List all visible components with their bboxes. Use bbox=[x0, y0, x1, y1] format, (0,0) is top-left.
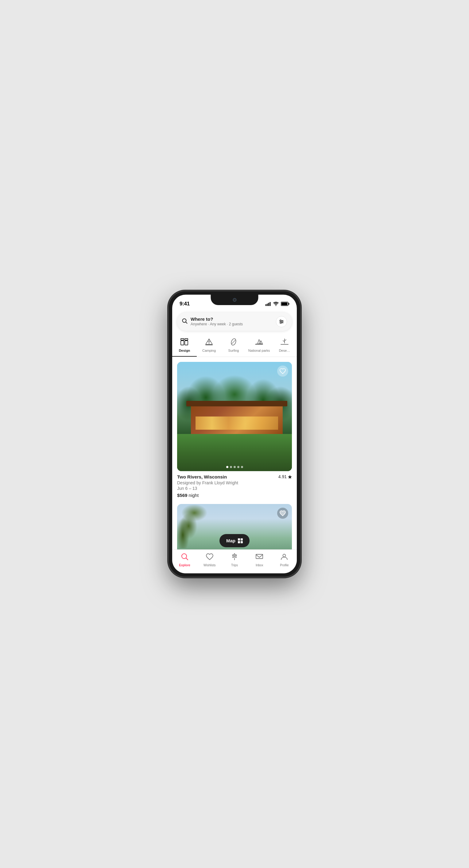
search-sub-label: Anywhere · Any week · 2 guests bbox=[191, 322, 273, 327]
status-time: 9:41 bbox=[180, 301, 190, 307]
svg-rect-5 bbox=[288, 303, 289, 305]
svg-rect-18 bbox=[185, 339, 188, 340]
svg-rect-1 bbox=[267, 304, 268, 306]
nav-trips-label: Trips bbox=[231, 563, 238, 567]
house-photo bbox=[177, 362, 292, 471]
tab-national-parks-label: National parks bbox=[248, 349, 270, 352]
nav-inbox[interactable]: Inbox bbox=[250, 553, 269, 567]
search-icon bbox=[182, 318, 188, 326]
star-icon bbox=[288, 475, 292, 479]
price-value: $569 bbox=[177, 493, 187, 498]
phone-screen: 9:41 bbox=[172, 294, 297, 574]
nav-explore-label: Explore bbox=[179, 563, 190, 567]
map-grid-icon bbox=[238, 538, 243, 543]
svg-marker-31 bbox=[288, 475, 292, 478]
listing-card-1[interactable]: Two Rivers, Wisconsin 4.91 Designed by F… bbox=[177, 362, 292, 498]
filter-button[interactable] bbox=[276, 316, 287, 327]
status-icons bbox=[265, 302, 289, 306]
nav-wishlists-label: Wishlists bbox=[204, 563, 216, 567]
dot-1 bbox=[226, 466, 228, 468]
svg-point-12 bbox=[280, 320, 281, 321]
notch bbox=[211, 294, 258, 305]
image-dots bbox=[177, 466, 292, 468]
wishlist-button-1[interactable] bbox=[277, 366, 288, 377]
tab-camping[interactable]: Camping bbox=[197, 336, 221, 356]
signal-icon bbox=[265, 302, 271, 306]
battery-icon bbox=[281, 302, 289, 306]
svg-rect-16 bbox=[181, 339, 184, 340]
phone-wrapper: 9:41 bbox=[168, 291, 301, 577]
search-container: Where to? Anywhere · Any week · 2 guests bbox=[172, 310, 297, 335]
dot-2 bbox=[230, 466, 232, 468]
listing-description: Designed by Frank Lloyd Wright bbox=[177, 480, 292, 485]
svg-rect-15 bbox=[181, 341, 184, 345]
trips-nav-icon bbox=[230, 553, 239, 563]
house-lawn bbox=[177, 434, 292, 471]
listing-title-row: Two Rivers, Wisconsin 4.91 bbox=[177, 474, 292, 479]
svg-point-36 bbox=[283, 554, 286, 557]
listing-price: $569 night bbox=[177, 493, 292, 498]
camping-icon bbox=[205, 338, 213, 347]
svg-rect-17 bbox=[185, 341, 188, 345]
listing-content: Two Rivers, Wisconsin 4.91 Designed by F… bbox=[172, 357, 297, 561]
svg-rect-0 bbox=[265, 304, 267, 306]
surfing-icon bbox=[229, 338, 238, 347]
nav-profile[interactable]: Profile bbox=[275, 553, 293, 567]
phone-frame: 9:41 bbox=[168, 291, 301, 577]
search-bar[interactable]: Where to? Anywhere · Any week · 2 guests bbox=[177, 312, 292, 331]
svg-point-14 bbox=[280, 322, 281, 323]
tab-design[interactable]: Design bbox=[172, 336, 197, 356]
tab-national-parks[interactable]: National parks bbox=[246, 336, 272, 356]
category-tabs: Design Camping bbox=[172, 335, 297, 357]
nav-inbox-label: Inbox bbox=[256, 563, 263, 567]
map-button-wrap: Map bbox=[219, 534, 250, 547]
explore-nav-icon bbox=[181, 553, 189, 563]
nav-profile-label: Profile bbox=[280, 563, 288, 567]
tab-surfing-label: Surfing bbox=[228, 349, 239, 352]
dot-3 bbox=[233, 466, 236, 468]
svg-rect-6 bbox=[281, 303, 288, 305]
listing-rating: 4.91 bbox=[278, 474, 292, 479]
nav-explore[interactable]: Explore bbox=[176, 553, 194, 567]
tab-design-label: Design bbox=[179, 349, 190, 352]
svg-rect-2 bbox=[268, 303, 269, 306]
desert-icon bbox=[281, 338, 288, 347]
map-button[interactable]: Map bbox=[219, 534, 250, 547]
search-text: Where to? Anywhere · Any week · 2 guests bbox=[191, 316, 273, 327]
svg-line-8 bbox=[186, 322, 187, 323]
tab-camping-label: Camping bbox=[202, 349, 216, 352]
dot-5 bbox=[241, 466, 243, 468]
dot-4 bbox=[237, 466, 240, 468]
svg-point-34 bbox=[234, 555, 235, 556]
listing-dates: Jun 6 – 13 bbox=[177, 486, 292, 491]
nav-wishlists[interactable]: Wishlists bbox=[200, 553, 219, 567]
bottom-nav: Explore Wishlists bbox=[172, 549, 297, 574]
home-indicator bbox=[216, 574, 253, 575]
map-button-label: Map bbox=[226, 538, 236, 543]
tab-surfing[interactable]: Surfing bbox=[221, 336, 246, 356]
house-building bbox=[191, 403, 283, 436]
price-suffix: night bbox=[187, 493, 198, 498]
wifi-icon bbox=[273, 302, 279, 306]
house-body bbox=[191, 403, 283, 436]
inbox-nav-icon bbox=[255, 553, 263, 563]
nav-trips[interactable]: Trips bbox=[225, 553, 244, 567]
svg-point-13 bbox=[282, 321, 283, 322]
listing-image-1 bbox=[177, 362, 292, 471]
listing-info-1: Two Rivers, Wisconsin 4.91 Designed by F… bbox=[177, 471, 292, 498]
search-main-label: Where to? bbox=[191, 316, 273, 322]
tab-desert[interactable]: Dese… bbox=[272, 336, 297, 356]
listing-location: Two Rivers, Wisconsin bbox=[177, 474, 227, 479]
front-camera bbox=[233, 298, 236, 302]
house-windows bbox=[195, 416, 278, 430]
national-parks-icon bbox=[255, 338, 263, 347]
profile-nav-icon bbox=[280, 553, 288, 563]
svg-line-33 bbox=[186, 558, 188, 560]
design-icon bbox=[181, 338, 188, 347]
wishlists-nav-icon bbox=[206, 553, 214, 563]
rating-value: 4.91 bbox=[278, 474, 287, 479]
house-roof bbox=[186, 401, 287, 406]
wishlist-button-2[interactable] bbox=[277, 508, 288, 519]
svg-rect-3 bbox=[270, 302, 271, 306]
tab-desert-label: Dese… bbox=[279, 349, 290, 352]
